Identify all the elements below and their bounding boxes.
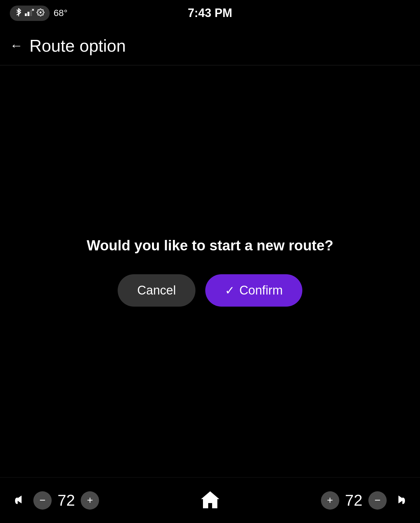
svg-point-6 <box>40 11 42 13</box>
back-button[interactable]: ← <box>10 38 23 53</box>
right-nav-group: + 72 − <box>321 491 407 510</box>
right-audio-icon <box>393 492 407 509</box>
svg-marker-7 <box>201 491 219 508</box>
header: ← Route option <box>0 26 420 65</box>
bluetooth-icon <box>15 8 22 18</box>
left-plus-button[interactable]: + <box>81 491 99 510</box>
right-minus-button[interactable]: − <box>368 491 387 510</box>
status-bar: 68° 7:43 PM <box>0 0 420 26</box>
right-minus-icon: − <box>375 494 381 506</box>
confirm-label: Confirm <box>239 283 283 297</box>
main-content: Would you like to start a new route? Can… <box>0 65 420 477</box>
status-left: 68° <box>10 6 67 21</box>
right-plus-icon: + <box>327 494 333 506</box>
page-title: Route option <box>29 36 126 56</box>
left-count: 72 <box>58 491 75 509</box>
home-icon <box>200 489 221 510</box>
signal-icon <box>25 9 34 18</box>
svg-rect-3 <box>30 10 32 16</box>
left-plus-icon: + <box>87 494 93 506</box>
dialog-question: Would you like to start a new route? <box>87 236 333 255</box>
right-count: 72 <box>345 491 362 509</box>
right-plus-button[interactable]: + <box>321 491 339 510</box>
checkmark-icon: ✓ <box>225 284 235 297</box>
confirm-button[interactable]: ✓ Confirm <box>205 274 302 307</box>
status-time: 7:43 PM <box>188 6 232 20</box>
left-minus-icon: − <box>40 494 46 506</box>
cancel-button[interactable]: Cancel <box>118 274 195 307</box>
status-icons <box>10 6 50 21</box>
bottom-nav: − 72 + + 72 − <box>0 477 420 523</box>
left-audio-icon <box>13 492 27 509</box>
left-nav-group: − 72 + <box>13 491 99 510</box>
home-button[interactable] <box>200 489 221 512</box>
left-minus-button[interactable]: − <box>33 491 52 510</box>
svg-rect-2 <box>27 12 29 16</box>
status-temperature: 68° <box>54 8 67 18</box>
svg-rect-1 <box>25 13 27 16</box>
dialog-buttons: Cancel ✓ Confirm <box>118 274 302 307</box>
gear-icon <box>37 8 44 18</box>
